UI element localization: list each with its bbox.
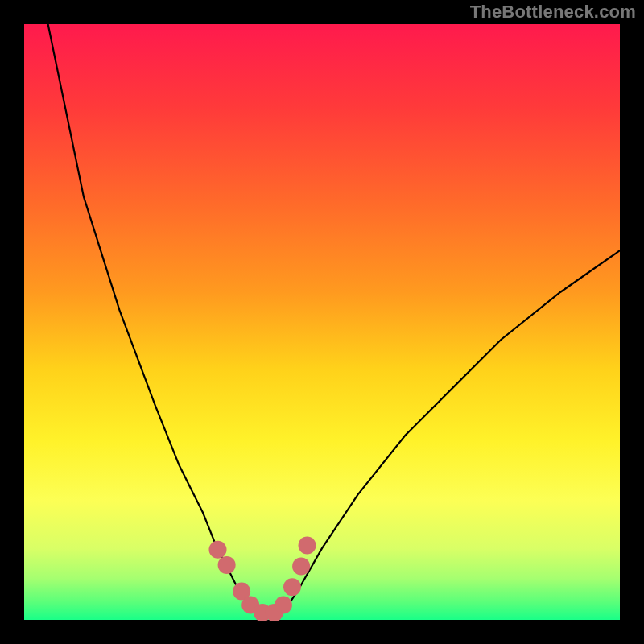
highlight-marker [299,537,316,555]
highlight-marker [209,541,227,559]
plot-background [24,24,620,620]
chart-frame: TheBottleneck.com [0,0,644,644]
highlight-marker [283,578,301,596]
highlight-marker [275,597,292,614]
watermark-text: TheBottleneck.com [470,2,636,23]
bottleneck-plot [0,0,644,644]
highlight-marker [292,557,310,575]
highlight-marker [218,556,236,574]
